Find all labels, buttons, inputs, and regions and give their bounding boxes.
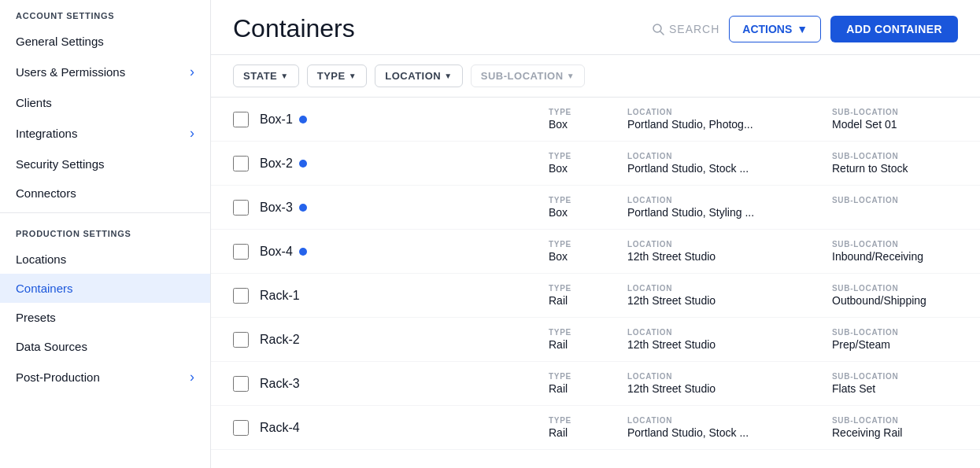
main-content: Containers SEARCH ACTIONS ▼ ADD CONTAINE… — [211, 0, 980, 468]
search-icon — [652, 23, 664, 35]
chevron-right-icon: › — [190, 64, 194, 80]
row-meta: TYPEBoxLOCATION12th Street StudioSUB-LOC… — [549, 240, 958, 263]
sidebar-item-containers[interactable]: Containers — [0, 274, 210, 303]
meta-type: TYPERail — [549, 284, 596, 307]
table-row: Box-1TYPEBoxLOCATIONPortland Studio, Pho… — [211, 98, 980, 142]
filter-type[interactable]: TYPE▼ — [307, 64, 367, 87]
meta-location: LOCATIONPortland Studio, Stock ... — [627, 152, 801, 175]
sidebar-item-general-settings[interactable]: General Settings — [0, 27, 210, 56]
sidebar-item-label: Post-Production — [16, 370, 100, 384]
location-value: Portland Studio, Photog... — [627, 118, 801, 131]
chevron-down-icon: ▼ — [444, 72, 452, 80]
filter-state[interactable]: STATE▼ — [233, 64, 299, 87]
type-label: TYPE — [549, 196, 596, 205]
meta-location: LOCATION12th Street Studio — [627, 328, 801, 351]
row-meta: TYPERailLOCATION12th Street StudioSUB-LO… — [549, 328, 958, 351]
sidebar-item-label: Clients — [16, 96, 52, 109]
status-dot — [299, 204, 307, 212]
row-checkbox[interactable] — [233, 156, 249, 171]
status-dot — [299, 116, 307, 123]
row-name: Rack-1 — [260, 289, 433, 303]
sidebar-item-label: Data Sources — [16, 340, 87, 353]
row-checkbox[interactable] — [233, 112, 249, 127]
table-row: Box-4TYPEBoxLOCATION12th Street StudioSU… — [211, 230, 980, 274]
sublocation-label: SUB-LOCATION — [832, 372, 958, 381]
row-checkbox[interactable] — [233, 332, 249, 348]
sidebar-item-connectors[interactable]: Connectors — [0, 179, 210, 208]
page-header: Containers SEARCH ACTIONS ▼ ADD CONTAINE… — [211, 0, 980, 55]
status-dot — [299, 160, 307, 168]
type-value: Box — [549, 162, 596, 175]
filter-sub-location[interactable]: SUB-LOCATION▼ — [471, 64, 585, 87]
sidebar-item-label: Integrations — [16, 127, 77, 140]
sublocation-value: Model Set 01 — [832, 118, 958, 131]
filter-label: LOCATION — [385, 70, 441, 82]
sublocation-label: SUB-LOCATION — [832, 152, 958, 160]
sublocation-value: Inbound/Receiving — [832, 250, 958, 263]
row-checkbox[interactable] — [233, 288, 249, 304]
location-label: LOCATION — [627, 372, 801, 381]
sublocation-value: Outbound/Shipping — [832, 294, 958, 307]
sidebar-item-integrations[interactable]: Integrations› — [0, 117, 210, 149]
type-label: TYPE — [549, 152, 596, 160]
filter-label: TYPE — [317, 70, 346, 82]
filter-label: STATE — [243, 70, 277, 82]
location-label: LOCATION — [627, 284, 801, 293]
meta-location: LOCATIONPortland Studio, Styling ... — [627, 196, 801, 219]
row-meta: TYPERailLOCATIONPortland Studio, Stock .… — [549, 416, 958, 439]
sidebar-item-label: General Settings — [16, 35, 104, 48]
add-container-button[interactable]: ADD CONTAINER — [830, 16, 958, 42]
sidebar-item-security-settings[interactable]: Security Settings — [0, 149, 210, 179]
meta-sublocation: SUB-LOCATIONOutbound/Shipping — [832, 284, 958, 307]
row-meta: TYPERailLOCATION12th Street StudioSUB-LO… — [549, 284, 958, 307]
sidebar-divider — [0, 212, 210, 213]
type-value: Box — [549, 118, 596, 131]
actions-button[interactable]: ACTIONS ▼ — [729, 16, 821, 42]
sidebar-item-post-production[interactable]: Post-Production› — [0, 361, 210, 393]
row-meta: TYPERailLOCATION12th Street StudioSUB-LO… — [549, 372, 958, 395]
row-checkbox[interactable] — [233, 420, 249, 436]
type-value: Rail — [549, 426, 596, 439]
meta-sublocation: SUB-LOCATIONInbound/Receiving — [832, 240, 958, 263]
location-value: 12th Street Studio — [627, 382, 801, 395]
table-row: Box-3TYPEBoxLOCATIONPortland Studio, Sty… — [211, 186, 980, 230]
row-checkbox[interactable] — [233, 200, 249, 216]
sidebar-item-locations[interactable]: Locations — [0, 245, 210, 274]
account-section-header: ACCOUNT SETTINGS — [0, 0, 210, 27]
sidebar-item-users-permissions[interactable]: Users & Permissions› — [0, 56, 210, 88]
row-meta: TYPEBoxLOCATIONPortland Studio, Stock ..… — [549, 152, 958, 175]
sidebar-item-presets[interactable]: Presets — [0, 303, 210, 332]
type-label: TYPE — [549, 328, 596, 337]
sublocation-label: SUB-LOCATION — [832, 108, 958, 116]
sublocation-label: SUB-LOCATION — [832, 240, 958, 249]
sublocation-label: SUB-LOCATION — [832, 284, 958, 293]
type-value: Box — [549, 206, 596, 219]
table-row: Rack-1TYPERailLOCATION12th Street Studio… — [211, 274, 980, 318]
row-name: Box-2 — [260, 157, 433, 171]
meta-sublocation: SUB-LOCATION — [832, 196, 958, 219]
row-name: Box-3 — [260, 201, 433, 215]
sidebar-item-data-sources[interactable]: Data Sources — [0, 332, 210, 361]
location-value: 12th Street Studio — [627, 338, 801, 351]
sublocation-value: Return to Stock — [832, 162, 958, 175]
type-value: Rail — [549, 338, 596, 351]
filter-bar: STATE▼TYPE▼LOCATION▼SUB-LOCATION▼ — [211, 55, 980, 98]
row-name: Rack-3 — [260, 377, 433, 391]
header-actions: SEARCH ACTIONS ▼ ADD CONTAINER — [652, 16, 958, 42]
sidebar-item-clients[interactable]: Clients — [0, 88, 210, 117]
type-label: TYPE — [549, 372, 596, 381]
location-label: LOCATION — [627, 108, 801, 116]
meta-type: TYPEBox — [549, 240, 596, 263]
meta-sublocation: SUB-LOCATIONPrep/Steam — [832, 328, 958, 351]
row-checkbox[interactable] — [233, 244, 249, 260]
search-area[interactable]: SEARCH — [652, 23, 719, 35]
type-label: TYPE — [549, 284, 596, 293]
row-checkbox[interactable] — [233, 376, 249, 392]
location-label: LOCATION — [627, 152, 801, 160]
location-value: 12th Street Studio — [627, 250, 801, 263]
table-row: Rack-4TYPERailLOCATIONPortland Studio, S… — [211, 406, 980, 450]
meta-sublocation: SUB-LOCATIONReturn to Stock — [832, 152, 958, 175]
location-label: LOCATION — [627, 416, 801, 425]
filter-location[interactable]: LOCATION▼ — [375, 64, 463, 87]
meta-type: TYPERail — [549, 328, 596, 351]
